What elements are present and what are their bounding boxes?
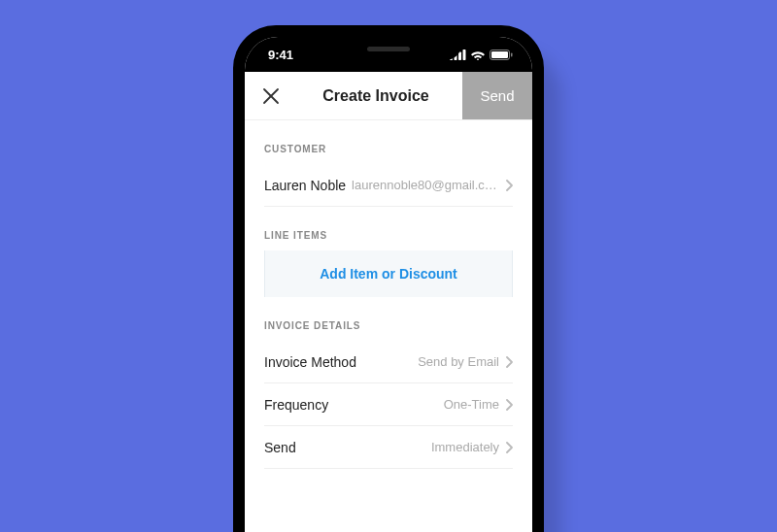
send-button[interactable]: Send <box>462 72 532 119</box>
battery-icon <box>490 50 513 60</box>
close-button[interactable] <box>245 72 297 119</box>
add-item-label: Add Item or Discount <box>320 266 457 282</box>
phone-frame: 9:41 <box>233 25 544 532</box>
svg-rect-5 <box>491 51 508 58</box>
customer-email: laurennoble80@gmail.com <box>346 178 505 192</box>
customer-row[interactable]: Lauren Noble laurennoble80@gmail.com <box>264 164 513 207</box>
invoice-method-row[interactable]: Invoice Method Send by Email <box>264 341 513 383</box>
close-icon <box>262 87 280 105</box>
phone-speaker <box>367 47 410 51</box>
status-time: 9:41 <box>268 48 293 62</box>
phone-screen: 9:41 <box>245 37 532 532</box>
send-label: Send <box>264 440 296 455</box>
svg-rect-3 <box>463 50 466 60</box>
send-row[interactable]: Send Immediately <box>264 426 513 469</box>
phone-notch <box>316 37 461 60</box>
add-item-button[interactable]: Add Item or Discount <box>264 250 513 297</box>
frequency-value: One-Time <box>328 397 505 412</box>
section-details-label: INVOICE DETAILS <box>264 320 513 331</box>
content: CUSTOMER Lauren Noble laurennoble80@gmai… <box>245 144 532 469</box>
chevron-right-icon <box>505 442 513 453</box>
send-value: Immediately <box>296 440 505 454</box>
frequency-label: Frequency <box>264 397 328 413</box>
nav-title: Create Invoice <box>297 72 462 119</box>
send-button-label: Send <box>480 87 514 104</box>
customer-name: Lauren Noble <box>264 178 346 193</box>
frequency-row[interactable]: Frequency One-Time <box>264 383 513 426</box>
chevron-right-icon <box>505 180 513 191</box>
nav-bar: Create Invoice Send <box>245 72 532 120</box>
invoice-method-label: Invoice Method <box>264 354 356 370</box>
section-customer-label: CUSTOMER <box>264 144 513 154</box>
chevron-right-icon <box>505 356 513 368</box>
chevron-right-icon <box>505 399 513 411</box>
wifi-icon <box>470 50 486 60</box>
section-lineitems-label: LINE ITEMS <box>264 230 513 241</box>
invoice-method-value: Send by Email <box>356 354 505 369</box>
svg-rect-6 <box>511 52 513 56</box>
